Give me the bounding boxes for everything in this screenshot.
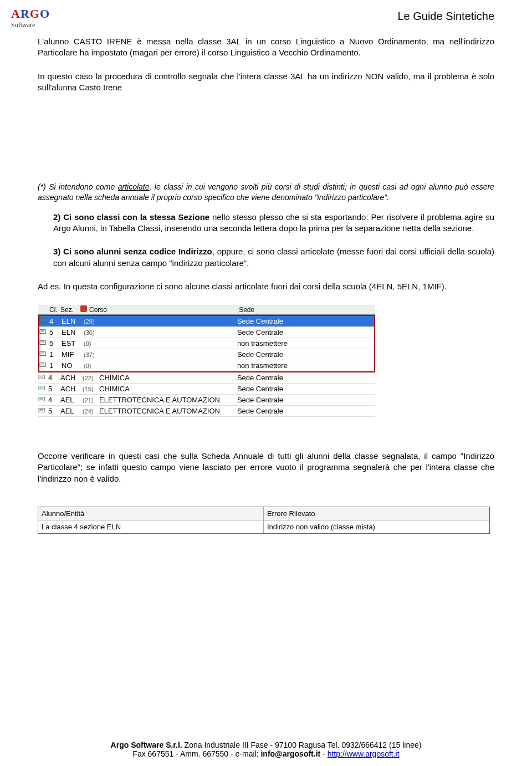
err-header-1: Alunno/Entità bbox=[38, 507, 264, 520]
cell-sez: ACH bbox=[60, 374, 83, 382]
cell-corso: CHIMICA bbox=[99, 385, 237, 393]
cell-corso: CHIMICA bbox=[99, 374, 237, 382]
header-cl: Cl. bbox=[48, 306, 60, 314]
cell-cl: 5 bbox=[48, 407, 60, 415]
cell-sede: Sede Centrale bbox=[237, 385, 375, 393]
table-row[interactable]: 4ACH(22)CHIMICASede Centrale bbox=[38, 372, 375, 384]
cell-sede: Sede Centrale bbox=[237, 317, 374, 325]
page-header: Le Guide Sintetiche bbox=[38, 10, 494, 23]
table-row[interactable]: 4ELN(29)Sede Centrale bbox=[39, 316, 374, 327]
header-sez: Sez. bbox=[60, 306, 80, 314]
cell-sede: Sede Centrale bbox=[237, 350, 374, 359]
cell-sez: NO bbox=[62, 361, 84, 370]
cell-sede: Sede Centrale bbox=[237, 374, 375, 382]
table-header: Cl. Sez. Corso Sede bbox=[38, 305, 375, 315]
cell-sede: Sede Centrale bbox=[237, 328, 374, 336]
cell-count: (30) bbox=[84, 329, 100, 336]
cell-count: (22) bbox=[83, 375, 99, 381]
footnote-underline: articolate bbox=[118, 182, 150, 191]
cell-corso: ELETTROTECNICA E AUTOMAZION bbox=[99, 407, 237, 415]
cell-cl: 5 bbox=[49, 339, 62, 348]
cell-sede: Sede Centrale bbox=[237, 407, 375, 415]
paragraph-1: L'alunno CASTO IRENE è messa nella class… bbox=[38, 36, 494, 59]
header-sede: Sede bbox=[239, 306, 375, 314]
cell-count: (37) bbox=[84, 351, 100, 358]
err-header-2: Errore Rilevato bbox=[264, 507, 489, 520]
cell-count: (21) bbox=[83, 397, 99, 404]
cell-count: (29) bbox=[84, 318, 100, 325]
err-cell-1: La classe 4 sezione ELN bbox=[38, 520, 264, 533]
header-corso: Corso bbox=[89, 306, 239, 314]
paragraph-example: Ad es. In questa configurazione ci sono … bbox=[38, 281, 494, 292]
footer-email: info@argosoft.it bbox=[260, 749, 320, 758]
cell-sez: AEL bbox=[60, 396, 83, 404]
cell-count: (24) bbox=[83, 408, 99, 415]
table-row[interactable]: 1MIF(37)Sede Centrale bbox=[39, 349, 374, 360]
table-row[interactable]: 1NO(0)non trasmettere bbox=[39, 360, 374, 371]
class-icon bbox=[38, 385, 48, 393]
class-icon bbox=[38, 407, 48, 415]
class-icon bbox=[38, 396, 48, 404]
class-icon bbox=[39, 329, 49, 336]
list-item-3: 3) Ci sono alunni senza codice Indirizzo… bbox=[38, 246, 494, 269]
error-table-row: La classe 4 sezione ELN Indirizzo non va… bbox=[38, 520, 489, 533]
class-icon bbox=[39, 362, 49, 370]
cell-sede: Sede Centrale bbox=[237, 396, 375, 404]
table-row[interactable]: 5ELN(30)Sede Centrale bbox=[39, 327, 374, 338]
class-icon bbox=[39, 340, 49, 348]
table-row[interactable]: 5ACH(15)CHIMICASede Centrale bbox=[38, 384, 375, 395]
cell-sez: MIF bbox=[62, 350, 84, 359]
list-item-2: 2) Ci sono classi con la stessa Sezione … bbox=[38, 212, 494, 234]
cell-cl: 4 bbox=[48, 374, 60, 382]
table-row[interactable]: 4AEL(21)ELETTROTECNICA E AUTOMAZIONSede … bbox=[38, 395, 375, 406]
cell-corso: ELETTROTECNICA E AUTOMAZION bbox=[99, 396, 237, 404]
footer-company: Argo Software S.r.l. bbox=[111, 741, 182, 749]
footer-address: Zona Industriale III Fase - 97100 Ragusa… bbox=[182, 741, 422, 749]
logo: ARGO Software bbox=[11, 7, 50, 29]
paragraph-2: In questo caso la procedura di controllo… bbox=[38, 71, 494, 94]
class-icon bbox=[38, 374, 48, 382]
error-table-header: Alunno/Entità Errore Rilevato bbox=[38, 507, 489, 520]
cell-cl: 1 bbox=[49, 350, 62, 359]
people-icon bbox=[80, 305, 87, 314]
footer-sep: - bbox=[320, 749, 327, 758]
footer-line-2: Fax 667551 - Amm. 667550 - e-mail: info@… bbox=[0, 749, 532, 758]
logo-text: ARGO bbox=[11, 7, 50, 21]
cell-cl: 4 bbox=[48, 396, 60, 404]
footer-fax: Fax 667551 - Amm. 667550 - e-mail: bbox=[132, 749, 260, 758]
list-item-3-bold: 3) Ci sono alunni senza codice Indirizzo bbox=[53, 247, 212, 256]
classes-table: Cl. Sez. Corso Sede 4ELN(29)Sede Central… bbox=[38, 304, 376, 417]
err-cell-2: Indirizzo non valido (classe mista) bbox=[264, 520, 489, 533]
footer: Argo Software S.r.l. Zona Industriale II… bbox=[0, 741, 532, 758]
table-row[interactable]: 5EST(0)non trasmettere bbox=[39, 338, 374, 349]
footnote-articolate: (*) Si intendono come articolate, le cla… bbox=[38, 182, 494, 203]
cell-sez: ELN bbox=[62, 317, 84, 325]
cell-sez: AEL bbox=[60, 407, 83, 415]
cell-sez: EST bbox=[62, 339, 84, 348]
cell-count: (0) bbox=[84, 340, 100, 347]
paragraph-verify: Occorre verificare in questi casi che su… bbox=[38, 451, 494, 484]
cell-cl: 5 bbox=[49, 328, 62, 336]
cell-sede: non trasmettere bbox=[237, 361, 374, 370]
cell-cl: 4 bbox=[49, 317, 62, 325]
error-table: Alunno/Entità Errore Rilevato La classe … bbox=[38, 507, 490, 534]
class-icon bbox=[39, 318, 49, 325]
cell-cl: 1 bbox=[49, 361, 62, 370]
logo-subtitle: Software bbox=[11, 21, 50, 29]
footer-line-1: Argo Software S.r.l. Zona Industriale II… bbox=[0, 741, 532, 749]
cell-sez: ACH bbox=[60, 385, 83, 393]
list-item-2-bold: 2) Ci sono classi con la stessa Sezione bbox=[53, 212, 209, 222]
cell-cl: 5 bbox=[48, 385, 60, 393]
table-row[interactable]: 5AEL(24)ELETTROTECNICA E AUTOMAZIONSede … bbox=[38, 406, 375, 417]
footnote-prefix: (*) Si intendono come bbox=[38, 182, 118, 191]
class-icon bbox=[39, 351, 49, 359]
cell-sede: non trasmettere bbox=[237, 339, 374, 348]
cell-sez: ELN bbox=[62, 328, 84, 336]
cell-count: (0) bbox=[84, 362, 100, 369]
footer-url[interactable]: http://www.argosoft.it bbox=[328, 749, 400, 758]
cell-count: (15) bbox=[83, 386, 99, 392]
